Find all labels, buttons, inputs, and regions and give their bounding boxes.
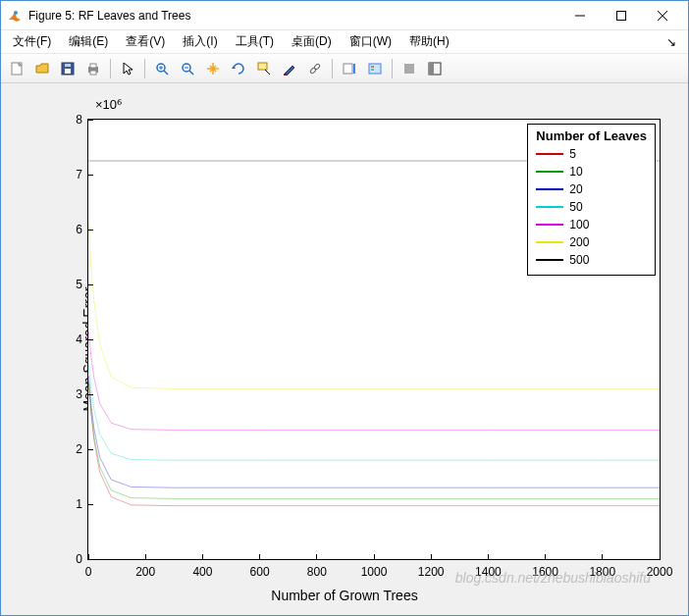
chart-axes[interactable]: Number of Leaves 5102050100200500 012345…: [87, 119, 661, 560]
svg-rect-9: [65, 69, 71, 74]
x-tick-label: 1400: [475, 565, 502, 579]
series-line: [88, 365, 660, 460]
dock-button[interactable]: [423, 57, 447, 80]
close-button[interactable]: [643, 2, 682, 29]
y-tick-label: 0: [76, 552, 82, 566]
insert-legend-button[interactable]: [363, 57, 387, 80]
legend-entry[interactable]: 20: [536, 180, 647, 198]
window-title: Figure 5: RF Leaves and Trees: [28, 9, 560, 23]
x-tick-label: 600: [250, 565, 270, 579]
x-axis-label: Number of Grown Trees: [271, 588, 417, 603]
x-tick-label: 0: [85, 565, 92, 579]
menu-view[interactable]: 查看(V): [118, 31, 173, 52]
legend-label: 10: [569, 165, 582, 179]
window-buttons: [560, 2, 682, 29]
svg-rect-3: [617, 11, 626, 20]
menubar: 文件(F) 编辑(E) 查看(V) 插入(I) 工具(T) 桌面(D) 窗口(W…: [1, 30, 688, 54]
svg-line-24: [265, 70, 270, 75]
series-line: [88, 376, 660, 488]
pointer-button[interactable]: [116, 57, 139, 80]
y-tick-label: 6: [76, 223, 82, 236]
legend-entry[interactable]: 5: [536, 145, 647, 163]
matlab-icon: [7, 8, 23, 24]
toolbar: [1, 54, 688, 83]
open-button[interactable]: [30, 57, 54, 80]
x-tick-label: 2000: [647, 565, 673, 579]
legend-label: 20: [569, 182, 582, 196]
x-tick-label: 800: [307, 565, 327, 579]
print-button[interactable]: [81, 57, 105, 80]
menu-tools[interactable]: 工具(T): [228, 31, 282, 52]
svg-point-27: [313, 63, 320, 70]
data-cursor-button[interactable]: [252, 57, 276, 80]
y-axis-exponent: ×10⁶: [95, 97, 122, 112]
maximize-button[interactable]: [602, 2, 641, 29]
x-tick-label: 1200: [418, 565, 445, 579]
legend-color-swatch: [536, 171, 563, 173]
link-button[interactable]: [303, 57, 327, 80]
series-line: [88, 382, 660, 505]
legend-entry[interactable]: 10: [536, 163, 647, 180]
series-line: [88, 382, 660, 498]
toolbar-separator: [392, 59, 393, 78]
insert-colorbar-button[interactable]: [338, 57, 361, 80]
legend-entry[interactable]: 500: [536, 251, 647, 269]
y-tick-label: 5: [76, 278, 82, 291]
svg-line-20: [189, 71, 193, 75]
legend-entry[interactable]: 50: [536, 198, 647, 216]
svg-rect-23: [258, 63, 267, 70]
toolbar-separator: [332, 59, 333, 78]
y-tick-label: 8: [76, 113, 82, 127]
y-tick-label: 2: [76, 442, 82, 456]
minimize-button[interactable]: [560, 2, 600, 29]
x-tick-label: 1000: [361, 565, 388, 579]
svg-rect-12: [90, 64, 96, 68]
svg-rect-29: [353, 64, 355, 74]
x-tick-label: 400: [192, 565, 212, 579]
svg-marker-14: [124, 63, 132, 75]
svg-line-16: [164, 71, 168, 75]
pan-button[interactable]: [201, 57, 225, 80]
menu-window[interactable]: 窗口(W): [342, 31, 399, 52]
y-tick-label: 7: [76, 168, 82, 181]
menu-edit[interactable]: 编辑(E): [61, 31, 116, 52]
menu-file[interactable]: 文件(F): [5, 31, 59, 52]
figure-window: Figure 5: RF Leaves and Trees 文件(F) 编辑(E…: [0, 0, 689, 616]
titlebar: Figure 5: RF Leaves and Trees: [1, 1, 688, 30]
legend-color-swatch: [536, 188, 563, 190]
zoom-out-button[interactable]: [176, 57, 199, 80]
new-figure-button[interactable]: [5, 57, 28, 80]
menu-desktop[interactable]: 桌面(D): [284, 31, 340, 52]
legend-color-swatch: [536, 206, 563, 208]
save-button[interactable]: [56, 57, 80, 80]
legend[interactable]: Number of Leaves 5102050100200500: [527, 124, 656, 276]
menu-help[interactable]: 帮助(H): [401, 31, 457, 52]
legend-entry[interactable]: 200: [536, 233, 647, 251]
legend-color-swatch: [536, 153, 563, 155]
y-tick-label: 1: [76, 497, 82, 511]
menu-insert[interactable]: 插入(I): [175, 31, 225, 52]
hide-tools-button[interactable]: [398, 57, 421, 80]
x-tick-label: 200: [135, 565, 155, 579]
brush-button[interactable]: [278, 57, 301, 80]
legend-color-swatch: [536, 224, 563, 226]
legend-title: Number of Leaves: [536, 128, 647, 143]
svg-point-1: [14, 11, 18, 15]
y-tick-label: 4: [76, 333, 82, 346]
figure-area: ×10⁶ Mean Squared Error Number of Grown …: [1, 83, 688, 615]
legend-label: 200: [569, 235, 589, 249]
svg-rect-13: [90, 71, 96, 75]
legend-entry[interactable]: 100: [536, 216, 647, 233]
svg-point-26: [309, 67, 316, 74]
legend-label: 100: [569, 218, 589, 231]
zoom-in-button[interactable]: [150, 57, 174, 80]
rotate-button[interactable]: [227, 57, 250, 80]
series-line: [88, 332, 660, 430]
svg-rect-28: [344, 64, 352, 74]
menu-dropdown-icon[interactable]: ↘: [666, 35, 684, 49]
toolbar-separator: [144, 59, 145, 78]
x-tick-label: 1800: [589, 565, 615, 579]
legend-label: 5: [569, 147, 576, 161]
legend-color-swatch: [536, 241, 563, 243]
svg-rect-10: [65, 64, 71, 67]
